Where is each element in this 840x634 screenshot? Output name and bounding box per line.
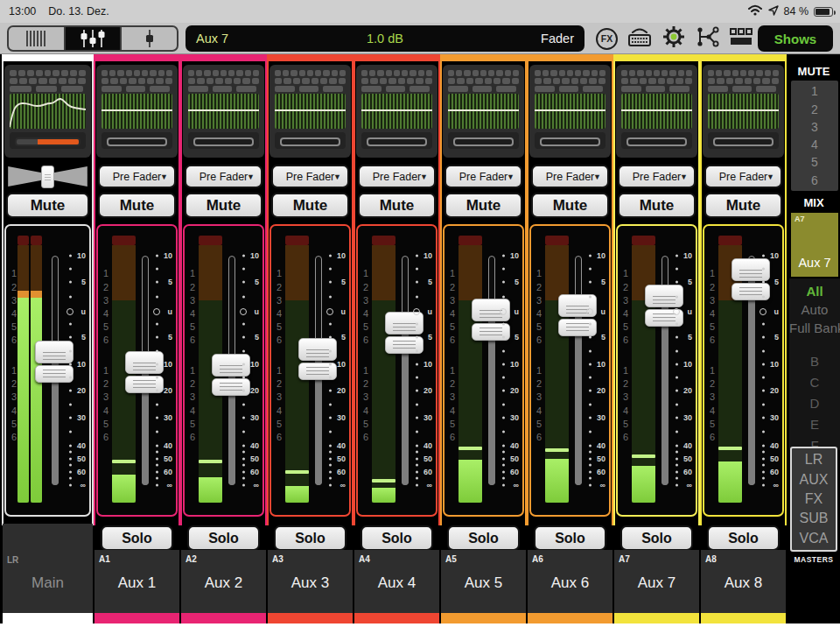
mute-button[interactable]: Mute: [358, 193, 436, 218]
mute-button[interactable]: Mute: [531, 193, 609, 218]
bank-option-e[interactable]: E: [789, 417, 840, 432]
group-number: 6: [536, 335, 542, 345]
mute-button[interactable]: Mute: [704, 193, 782, 218]
scale-tick-dot: [589, 254, 592, 257]
master-option-lr[interactable]: LR: [805, 452, 822, 468]
channel-label[interactable]: A2Aux 2: [181, 550, 266, 613]
tap-point-dropdown[interactable]: Pre Fader▼: [185, 165, 262, 188]
bank-option-auto[interactable]: Auto: [789, 302, 840, 317]
matrix-pill: [646, 86, 666, 92]
mute-group-4[interactable]: 4: [811, 137, 818, 151]
eq-display[interactable]: [448, 94, 519, 129]
scale-tick-dot: [762, 254, 765, 257]
mute-group-6[interactable]: 6: [811, 173, 818, 187]
channel-info-display[interactable]: Aux 7 1.0 dB Fader: [186, 25, 584, 52]
channel-name: Aux 1: [94, 574, 179, 592]
mute-group-5[interactable]: 5: [811, 155, 818, 169]
fader-bank-view-button[interactable]: [66, 27, 122, 50]
mute-button[interactable]: Mute: [185, 193, 262, 218]
eq-display[interactable]: [188, 94, 259, 129]
channel-label[interactable]: A3Aux 3: [268, 550, 353, 613]
channel-label[interactable]: A7Aux 7: [614, 550, 699, 613]
channel-label[interactable]: A1Aux 1: [94, 550, 179, 613]
eq-display[interactable]: [102, 94, 172, 129]
settings-gear-icon[interactable]: [662, 25, 686, 53]
solo-button[interactable]: Solo: [707, 525, 780, 551]
solo-button[interactable]: Solo: [447, 525, 520, 551]
channel-label[interactable]: A6Aux 6: [528, 550, 612, 613]
eq-display[interactable]: [708, 94, 779, 129]
bank-option-b[interactable]: B: [789, 354, 840, 369]
unity-circle-icon: [413, 308, 420, 315]
fader-panel: 123456123456105u5102030405060∞: [703, 224, 784, 517]
mute-button[interactable]: Mute: [618, 193, 696, 218]
tap-point-dropdown[interactable]: Pre Fader▼: [271, 165, 349, 188]
mute-button[interactable]: Mute: [98, 193, 176, 218]
send-matrix[interactable]: [275, 70, 346, 92]
matrix-cell: [370, 78, 377, 84]
selected-mix-button[interactable]: A7 Aux 7: [791, 213, 838, 277]
shows-button[interactable]: Shows: [758, 25, 833, 52]
channel-label[interactable]: A8Aux 8: [701, 550, 786, 613]
pan-handle[interactable]: [41, 166, 54, 188]
console-icon[interactable]: [626, 25, 653, 52]
send-matrix[interactable]: [448, 70, 519, 92]
mute-button[interactable]: Mute: [444, 193, 522, 218]
eq-display[interactable]: [621, 94, 692, 129]
send-matrix[interactable]: [535, 70, 606, 92]
send-matrix[interactable]: [188, 70, 259, 92]
channel-overview-view-button[interactable]: [9, 27, 66, 50]
eq-display[interactable]: [361, 94, 432, 129]
channel-label[interactable]: A4Aux 4: [354, 550, 439, 613]
solo-button[interactable]: Solo: [360, 525, 433, 551]
send-matrix[interactable]: [621, 70, 692, 92]
eq-display[interactable]: [10, 94, 86, 129]
mute-button[interactable]: Mute: [6, 193, 89, 218]
routing-icon[interactable]: [695, 26, 719, 51]
matrix-pill: [102, 86, 122, 92]
matrix-cell: [68, 78, 76, 84]
tap-point-dropdown[interactable]: Pre Fader▼: [704, 165, 782, 188]
eq-display[interactable]: [275, 94, 346, 129]
send-matrix[interactable]: [361, 70, 432, 92]
send-matrix[interactable]: [10, 70, 86, 92]
master-option-aux[interactable]: AUX: [800, 472, 829, 488]
tap-point-dropdown[interactable]: Pre Fader▼: [444, 165, 522, 188]
send-matrix[interactable]: [708, 70, 779, 92]
master-option-sub[interactable]: SUB: [800, 511, 829, 526]
scenes-icon[interactable]: [728, 26, 754, 51]
channel-label[interactable]: A5Aux 5: [441, 550, 526, 613]
tap-point-dropdown[interactable]: Pre Fader▼: [531, 165, 609, 188]
bank-option-d[interactable]: D: [789, 396, 840, 411]
solo-button[interactable]: Solo: [101, 525, 173, 551]
mute-button[interactable]: Mute: [271, 193, 349, 218]
tap-point-dropdown[interactable]: Pre Fader▼: [98, 165, 176, 188]
bank-option-full-bank[interactable]: Full Bank: [789, 321, 840, 335]
mute-group-3[interactable]: 3: [811, 120, 818, 134]
send-matrix[interactable]: [102, 70, 172, 92]
fader-track[interactable]: [488, 256, 495, 486]
mute-group-1[interactable]: 1: [811, 84, 818, 98]
fader-track[interactable]: [575, 256, 582, 486]
solo-button[interactable]: Solo: [274, 525, 346, 551]
bank-option-all[interactable]: All: [789, 284, 840, 299]
eq-display[interactable]: [535, 94, 606, 129]
solo-button[interactable]: Solo: [620, 525, 693, 551]
tap-point-dropdown[interactable]: Pre Fader▼: [618, 165, 696, 188]
dynamics-display: [10, 132, 86, 149]
solo-button[interactable]: Solo: [534, 525, 606, 551]
matrix-cell: [542, 70, 549, 76]
master-option-vca[interactable]: VCA: [800, 531, 829, 546]
tap-point-dropdown[interactable]: Pre Fader▼: [358, 165, 436, 188]
fx-icon[interactable]: FX: [596, 28, 618, 50]
fader-track[interactable]: [402, 256, 409, 486]
master-option-fx[interactable]: FX: [805, 491, 822, 507]
bank-option-c[interactable]: C: [789, 375, 840, 390]
single-channel-view-button[interactable]: [122, 27, 177, 50]
solo-button[interactable]: Solo: [187, 525, 260, 551]
channel-label[interactable]: LRMain: [3, 524, 93, 613]
pan-balance-control[interactable]: [6, 165, 89, 188]
matrix-cell: [165, 78, 172, 84]
mute-group-2[interactable]: 2: [811, 102, 818, 116]
dynamics-meter-bar: [540, 137, 600, 146]
